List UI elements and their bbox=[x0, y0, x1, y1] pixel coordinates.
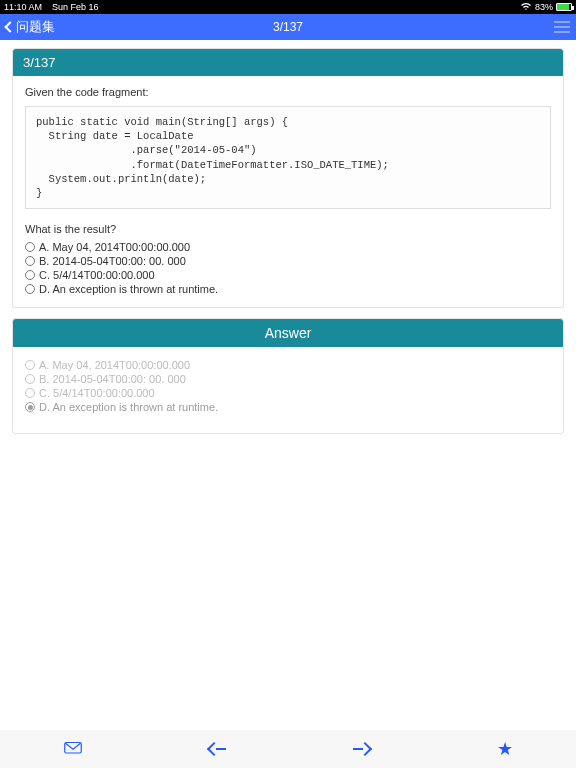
option-label: B. 2014-05-04T00:00: 00. 000 bbox=[39, 255, 186, 267]
content-area: 3/137 Given the code fragment: public st… bbox=[0, 40, 576, 452]
radio-icon bbox=[25, 242, 35, 252]
nav-bar: 问题集 3/137 bbox=[0, 14, 576, 40]
prev-button[interactable] bbox=[209, 744, 226, 754]
answer-header: Answer bbox=[13, 319, 563, 347]
question-option[interactable]: D. An exception is thrown at runtime. bbox=[25, 283, 551, 295]
status-time: 11:10 AM bbox=[4, 2, 42, 12]
status-right: 83% bbox=[520, 2, 572, 13]
answer-option-correct: D. An exception is thrown at runtime. bbox=[25, 401, 551, 413]
answer-option: A. May 04, 2014T00:00:00.000 bbox=[25, 359, 551, 371]
arrow-left-icon bbox=[206, 742, 220, 756]
back-button[interactable]: 问题集 bbox=[6, 18, 55, 36]
question-option[interactable]: B. 2014-05-04T00:00: 00. 000 bbox=[25, 255, 551, 267]
question-option[interactable]: C. 5/4/14T00:00:00.000 bbox=[25, 269, 551, 281]
wifi-icon bbox=[520, 2, 532, 13]
page-title: 3/137 bbox=[273, 20, 303, 34]
mail-icon bbox=[64, 740, 82, 754]
answer-option: C. 5/4/14T00:00:00.000 bbox=[25, 387, 551, 399]
battery-percent: 83% bbox=[535, 2, 553, 12]
option-label: C. 5/4/14T00:00:00.000 bbox=[39, 269, 155, 281]
option-label: D. An exception is thrown at runtime. bbox=[39, 401, 218, 413]
option-label: C. 5/4/14T00:00:00.000 bbox=[39, 387, 155, 399]
list-icon[interactable] bbox=[554, 21, 570, 33]
mail-button[interactable] bbox=[64, 740, 82, 758]
question-prompt: What is the result? bbox=[25, 223, 551, 235]
question-body: Given the code fragment: public static v… bbox=[13, 76, 563, 307]
question-option[interactable]: A. May 04, 2014T00:00:00.000 bbox=[25, 241, 551, 253]
question-options: A. May 04, 2014T00:00:00.000 B. 2014-05-… bbox=[25, 241, 551, 295]
next-button[interactable] bbox=[353, 744, 370, 754]
status-left: 11:10 AM Sun Feb 16 bbox=[4, 2, 99, 12]
back-label: 问题集 bbox=[16, 18, 55, 36]
radio-icon bbox=[25, 270, 35, 280]
code-fragment: public static void main(String[] args) {… bbox=[25, 106, 551, 209]
radio-icon bbox=[25, 284, 35, 294]
answer-body: A. May 04, 2014T00:00:00.000 B. 2014-05-… bbox=[13, 347, 563, 433]
status-bar: 11:10 AM Sun Feb 16 83% bbox=[0, 0, 576, 14]
status-date: Sun Feb 16 bbox=[52, 2, 99, 12]
option-label: A. May 04, 2014T00:00:00.000 bbox=[39, 241, 190, 253]
bottom-toolbar: ★ bbox=[0, 730, 576, 768]
question-header: 3/137 bbox=[13, 49, 563, 76]
option-label: D. An exception is thrown at runtime. bbox=[39, 283, 218, 295]
option-label: A. May 04, 2014T00:00:00.000 bbox=[39, 359, 190, 371]
star-icon: ★ bbox=[497, 739, 513, 759]
radio-icon bbox=[25, 256, 35, 266]
chevron-left-icon bbox=[4, 21, 15, 32]
question-intro: Given the code fragment: bbox=[25, 86, 551, 98]
radio-icon bbox=[25, 388, 35, 398]
answer-card: Answer A. May 04, 2014T00:00:00.000 B. 2… bbox=[12, 318, 564, 434]
option-label: B. 2014-05-04T00:00: 00. 000 bbox=[39, 373, 186, 385]
favorite-button[interactable]: ★ bbox=[497, 738, 513, 760]
radio-filled-icon bbox=[25, 402, 35, 412]
radio-icon bbox=[25, 374, 35, 384]
question-card: 3/137 Given the code fragment: public st… bbox=[12, 48, 564, 308]
arrow-right-icon bbox=[357, 742, 371, 756]
battery-icon bbox=[556, 3, 572, 11]
radio-icon bbox=[25, 360, 35, 370]
answer-option: B. 2014-05-04T00:00: 00. 000 bbox=[25, 373, 551, 385]
